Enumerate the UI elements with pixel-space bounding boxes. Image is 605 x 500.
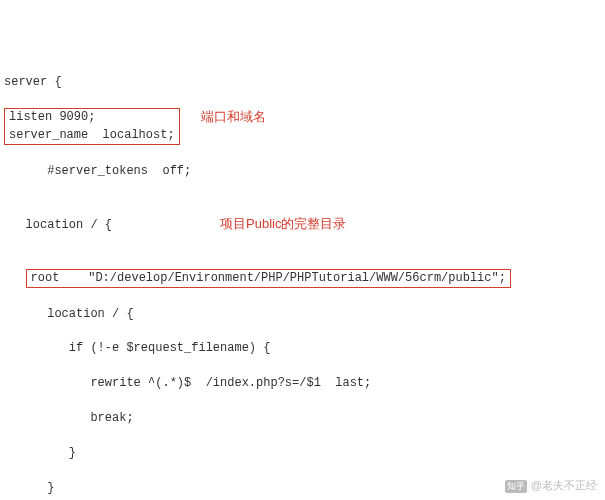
code-line: #server_tokens off; bbox=[4, 163, 601, 180]
code-line: if (!-e $request_filename) { bbox=[4, 340, 601, 357]
zhihu-logo: 知乎 bbox=[505, 480, 527, 493]
annotation-port-domain: 端口和域名 bbox=[201, 109, 266, 124]
box-port-domain: listen 9090; server_name localhost; 端口和域… bbox=[4, 108, 601, 145]
box-root-dir: root "D:/develop/Environment/PHP/PHPTuto… bbox=[4, 269, 601, 288]
watermark: 知乎@老夫不正经 bbox=[499, 462, 597, 494]
root-directive: root "D:/develop/Environment/PHP/PHPTuto… bbox=[31, 271, 506, 285]
listen-directive: listen 9090; bbox=[9, 110, 95, 124]
code-line: location / { 项目Public的完整目录 bbox=[4, 215, 601, 234]
code-line: } bbox=[4, 445, 601, 462]
code-line: server { bbox=[4, 74, 601, 91]
annotation-public-dir: 项目Public的完整目录 bbox=[220, 216, 346, 231]
code-line: rewrite ^(.*)$ /index.php?s=/$1 last; bbox=[4, 375, 601, 392]
watermark-text: @老夫不正经 bbox=[531, 479, 597, 491]
servername-directive: server_name localhost; bbox=[9, 128, 175, 142]
code-line: break; bbox=[4, 410, 601, 427]
code-line: location / { bbox=[4, 306, 601, 323]
